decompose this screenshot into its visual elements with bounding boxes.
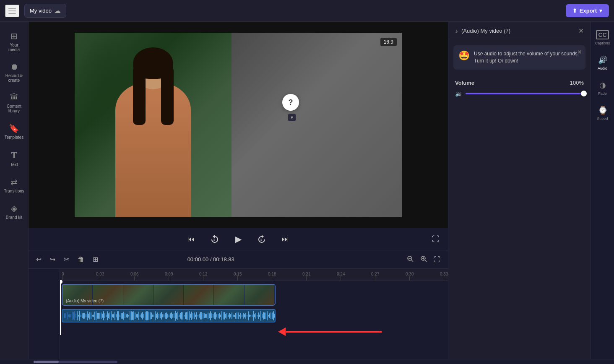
help-button[interactable]: ? (282, 94, 299, 111)
text-icon: T (11, 150, 17, 161)
sidebar-item-your-media[interactable]: ⊞ Your media (2, 27, 27, 56)
timeline-scrollbar[interactable] (34, 361, 117, 363)
timeline-area: ↩ ↪ ✂ 🗑 ⊞ 00:00.00 / 00:18.83 (29, 250, 448, 359)
playhead (60, 281, 61, 335)
export-label: Export (580, 8, 597, 14)
timeline-time: 00:00.00 / 00:18.83 (187, 256, 234, 263)
chevron-down-button[interactable]: ▾ (288, 114, 296, 121)
right-panel-header: ♪ (Audio) My video (7) ✕ (448, 22, 591, 40)
sidebar-item-transitions[interactable]: ⇄ Transitions (2, 173, 27, 198)
ruler-mark-12: 0:12 (199, 272, 207, 281)
tooltip-close-button[interactable]: ✕ (577, 49, 582, 55)
record-icon: ⏺ (10, 62, 18, 72)
export-button[interactable]: ⬆ Export ▾ (566, 4, 609, 17)
zoom-out-icon (407, 255, 414, 262)
sidebar-item-record-create[interactable]: ⏺ Record & create (2, 58, 27, 87)
sidebar-item-templates[interactable]: 🔖 Templates (2, 119, 27, 144)
volume-row: 🔉 (455, 90, 584, 97)
audio-tab[interactable]: 🔊 Audio (592, 52, 613, 74)
expand-timeline-button[interactable]: ⛶ (431, 254, 443, 265)
zoom-controls: ⛶ (404, 254, 443, 265)
forward-5-button[interactable]: 5 (255, 232, 268, 246)
sidebar-item-content-library[interactable]: 🏛 Content library (2, 88, 27, 117)
skip-forward-button[interactable]: ⏭ (278, 232, 292, 246)
ruler-mark-27: 0:27 (371, 272, 379, 281)
person-hair-left (133, 66, 146, 125)
add-to-timeline-button[interactable]: ⊞ (90, 254, 101, 265)
fade-tab[interactable]: ◑ Fade (592, 77, 613, 99)
audio-clip[interactable] (62, 309, 276, 322)
arrow-head (278, 328, 286, 336)
sidebar-item-brand-kit[interactable]: ◈ Brand kit (2, 199, 27, 224)
fade-tab-label: Fade (598, 91, 607, 96)
left-sidebar: ⊞ Your media ⏺ Record & create 🏛 Content… (0, 22, 29, 359)
ruler-mark-3: 0:03 (96, 272, 104, 281)
audio-tooltip: 🤩 Use audio to adjust the volume of your… (453, 45, 585, 70)
undo-button[interactable]: ↩ (34, 254, 44, 265)
video-frame-5 (184, 285, 214, 305)
ruler-mark-30: 0:30 (406, 272, 414, 281)
person-body (107, 41, 199, 217)
sidebar-item-label: Templates (5, 135, 24, 140)
zoom-out-button[interactable] (404, 254, 416, 265)
your-media-icon: ⊞ (10, 31, 18, 41)
fullscreen-button[interactable]: ⛶ (432, 235, 440, 244)
video-frame-7 (245, 285, 275, 305)
captions-icon: CC (596, 30, 609, 39)
person-torso (115, 83, 191, 217)
speaker-icon: 🔉 (455, 90, 462, 97)
video-title-button[interactable]: My video ☁ (24, 4, 66, 18)
volume-slider-thumb[interactable] (581, 91, 587, 96)
panel-close-button[interactable]: ✕ (578, 27, 584, 35)
sidebar-item-label: Your media (5, 43, 23, 52)
delete-button[interactable]: 🗑 (75, 254, 87, 265)
video-clip-label: (Audio) My video (7) (66, 299, 104, 303)
redo-button[interactable]: ↪ (47, 254, 58, 265)
timeline-left-gutter (29, 269, 60, 359)
audio-tab-icon: 🔊 (598, 55, 607, 65)
person-hair-right (161, 66, 174, 125)
right-icons-panel: CC Captions 🔊 Audio ◑ Fade ⌚ Speed (591, 22, 614, 359)
rewind-5-button[interactable]: 5 (208, 232, 221, 246)
volume-label: Volume (455, 80, 474, 86)
video-clip[interactable]: (Audio) My video (7) (62, 284, 276, 306)
timeline-main: 0 0:03 0:06 0:09 0:12 0:15 0:18 0:21 0:2… (60, 269, 448, 359)
fade-icon: ◑ (599, 81, 606, 90)
preview-area: 16:9 ? ▾ (29, 22, 448, 228)
playback-controls: ⏮ 5 ▶ 5 ⏭ ⛶ (29, 228, 448, 250)
export-arrow-icon: ▾ (599, 8, 602, 14)
speed-tab[interactable]: ⌚ Speed (592, 102, 613, 124)
audio-note-icon: ♪ (455, 28, 458, 34)
total-time: 00:18.83 (213, 256, 234, 263)
volume-value: 100% (570, 80, 584, 86)
right-panel: ♪ (Audio) My video (7) ✕ 🤩 Use audio to … (448, 22, 591, 359)
brand-kit-icon: ◈ (11, 203, 17, 213)
zoom-in-icon (420, 255, 427, 262)
cloud-icon: ☁ (54, 7, 61, 15)
timeline-content: 0 0:03 0:06 0:09 0:12 0:15 0:18 0:21 0:2… (29, 269, 448, 359)
sidebar-item-label: Transitions (4, 189, 24, 193)
volume-slider[interactable] (466, 93, 584, 94)
cut-button[interactable]: ✂ (61, 254, 72, 265)
svg-text:5: 5 (260, 238, 262, 241)
ruler-mark-6: 0:06 (130, 272, 138, 281)
scrollbar-thumb (34, 361, 59, 363)
volume-header: Volume 100% (455, 80, 584, 86)
arrow-annotation (278, 328, 382, 336)
ruler-mark-15: 0:15 (234, 272, 242, 281)
captions-tab[interactable]: CC Captions (592, 27, 613, 49)
rewind-5-icon: 5 (210, 234, 219, 244)
zoom-in-button[interactable] (418, 254, 429, 265)
export-upload-icon: ⬆ (572, 8, 577, 14)
menu-button[interactable] (5, 5, 19, 17)
forward-5-icon: 5 (257, 234, 266, 244)
play-button[interactable]: ▶ (232, 232, 245, 246)
video-right-panel (232, 33, 402, 217)
volume-section: Volume 100% 🔉 (448, 75, 591, 102)
scrollbar-area (0, 359, 614, 364)
transitions-icon: ⇄ (10, 177, 18, 187)
sidebar-item-text[interactable]: T Text (2, 146, 27, 171)
speed-tab-label: Speed (597, 117, 608, 121)
svg-line-4 (411, 260, 413, 262)
skip-back-button[interactable]: ⏮ (185, 232, 198, 246)
